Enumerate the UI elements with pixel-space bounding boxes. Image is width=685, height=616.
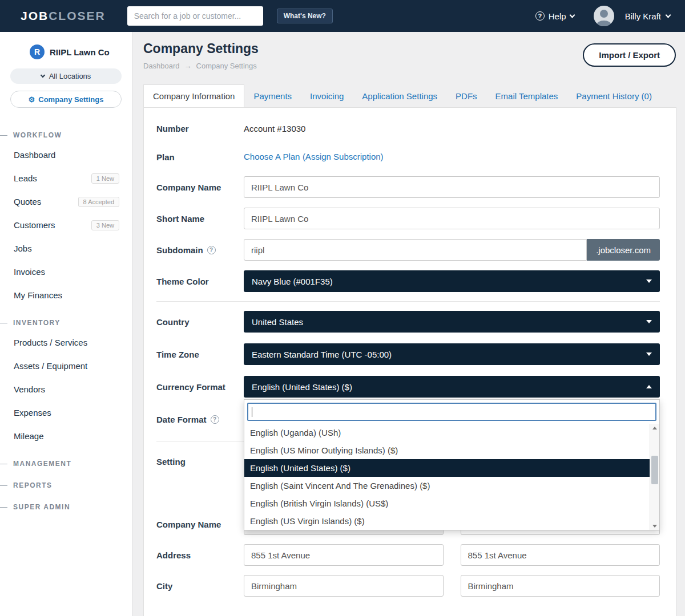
help-label: Help (549, 11, 566, 21)
currency-dropdown-panel: English (Uganda) (USh) English (US Minor… (244, 399, 660, 530)
logo-closer: CLOSER (49, 9, 106, 22)
sidebar-item-products-services[interactable]: Products / Services (0, 331, 132, 354)
location2-address-input[interactable] (461, 544, 660, 566)
section-header-management[interactable]: MANAGEMENT (0, 458, 132, 469)
import-export-button[interactable]: Import / Export (583, 43, 676, 67)
breadcrumb-current: Company Settings (196, 62, 257, 70)
theme-color-select[interactable]: Navy Blue (#001F35) (244, 270, 660, 292)
tab-bar: Company Information Payments Invoicing A… (143, 84, 676, 107)
dropdown-option[interactable]: English (Saint Vincent And The Grenadine… (244, 477, 650, 495)
chevron-down-icon (646, 352, 652, 356)
dropdown-option-selected[interactable]: English (United States) ($) (244, 459, 650, 477)
section-divider (156, 301, 660, 302)
section-dash-icon (0, 507, 7, 508)
sidebar-item-assets-equipment[interactable]: Assets / Equipment (0, 354, 132, 378)
sidebar: R RIIPL Lawn Co All Locations ⚙ Company … (0, 32, 132, 616)
scroll-down-icon[interactable] (650, 522, 659, 530)
location1-address-input[interactable] (244, 544, 444, 566)
theme-color-label: Theme Color (156, 277, 244, 286)
sidebar-item-vendors[interactable]: Vendors (0, 378, 132, 401)
sidebar-item-dashboard[interactable]: Dashboard (0, 143, 132, 167)
section-dash-icon (0, 464, 7, 464)
short-name-label: Short Name (156, 214, 244, 224)
short-name-row: Short Name (156, 208, 660, 229)
scroll-up-icon[interactable] (650, 424, 659, 432)
company-name-row: Company Name (156, 176, 660, 198)
company-name: RIIPL Lawn Co (50, 47, 110, 57)
user-menu[interactable]: Billy Kraft (594, 6, 670, 26)
sidebar-item-mileage[interactable]: Mileage (0, 424, 132, 448)
locations-dropdown[interactable]: All Locations (10, 68, 122, 84)
sidebar-item-leads[interactable]: Leads1 New (0, 167, 132, 190)
logo-job: JOB (21, 9, 49, 22)
section-header-reports[interactable]: REPORTS (0, 480, 132, 491)
section-dash-icon (0, 323, 7, 323)
tab-payments[interactable]: Payments (244, 84, 301, 107)
timezone-select[interactable]: Eastern Standard Time (UTC -05:00) (244, 343, 660, 365)
tab-pdfs[interactable]: PDFs (446, 84, 486, 107)
global-search-input[interactable] (127, 6, 263, 26)
customers-badge: 3 New (91, 220, 119, 230)
user-avatar (594, 6, 614, 26)
sidebar-item-expenses[interactable]: Expenses (0, 401, 132, 424)
tab-application-settings[interactable]: Application Settings (353, 84, 446, 107)
location2-city-input[interactable] (461, 575, 660, 597)
subdomain-input[interactable] (244, 239, 587, 261)
subdomain-row: Subdomain ? .jobcloser.com (156, 239, 660, 261)
dropdown-option[interactable]: English (US Minor Outlying Islands) ($) (244, 441, 650, 459)
company-name-input[interactable] (244, 176, 660, 198)
chevron-down-icon (40, 73, 45, 78)
sidebar-nav: WORKFLOW Dashboard Leads1 New Quotes8 Ac… (0, 108, 132, 513)
tab-company-information[interactable]: Company Information (143, 84, 244, 107)
section-header-super-admin[interactable]: SUPER ADMIN (0, 501, 132, 513)
help-icon: ? (535, 11, 545, 21)
currency-format-select[interactable]: English (United States) ($) (244, 376, 660, 398)
chevron-down-icon (646, 279, 652, 283)
tab-payment-history[interactable]: Payment History (0) (567, 84, 661, 107)
whats-new-button[interactable]: What's New? (277, 9, 333, 23)
chevron-up-icon (646, 385, 652, 388)
tab-invoicing[interactable]: Invoicing (301, 84, 353, 107)
currency-format-label: Currency Format (156, 382, 244, 392)
chevron-down-icon (569, 12, 575, 18)
user-name: Billy Kraft (625, 11, 661, 21)
choose-plan-link[interactable]: Choose A Plan (244, 152, 300, 161)
subdomain-suffix: .jobcloser.com (587, 239, 660, 261)
breadcrumb-dashboard[interactable]: Dashboard (143, 62, 180, 70)
subdomain-help-icon[interactable]: ? (207, 246, 216, 254)
tab-email-templates[interactable]: Email Templates (486, 84, 567, 107)
sidebar-item-customers[interactable]: Customers3 New (0, 213, 132, 237)
gear-icon: ⚙ (29, 96, 35, 103)
sidebar-item-invoices[interactable]: Invoices (0, 260, 132, 283)
leads-badge: 1 New (91, 173, 119, 184)
sidebar-item-jobs[interactable]: Jobs (0, 237, 132, 260)
page-header: Company Settings Dashboard → Company Set… (133, 32, 685, 84)
app-logo[interactable]: JOBCLOSER (21, 9, 106, 23)
section-header-inventory: INVENTORY (0, 317, 132, 329)
top-bar: JOBCLOSER What's New? ? Help Billy Kraft (0, 0, 685, 32)
dropdown-option[interactable]: English (British Virgin Islands) (US$) (244, 495, 650, 512)
company-identity: R RIIPL Lawn Co (0, 32, 132, 59)
subdomain-label: Subdomain ? (156, 245, 244, 255)
assign-subscription-link[interactable]: (Assign Subscription) (303, 152, 384, 161)
timezone-label: Time Zone (156, 350, 244, 359)
section-dash-icon (0, 485, 7, 486)
date-format-help-icon[interactable]: ? (211, 415, 219, 424)
dropdown-scrollbar[interactable] (650, 424, 659, 530)
locations-address-label: Address (156, 550, 244, 560)
help-menu[interactable]: ? Help (535, 11, 574, 21)
company-avatar: R (30, 44, 45, 59)
scrollbar-thumb[interactable] (651, 456, 658, 484)
dropdown-option[interactable]: English (Uganda) (USh) (244, 424, 650, 441)
sidebar-item-quotes[interactable]: Quotes8 Accepted (0, 190, 132, 213)
location1-city-input[interactable] (244, 575, 444, 597)
short-name-input[interactable] (244, 208, 660, 229)
timezone-row: Time Zone Eastern Standard Time (UTC -05… (156, 343, 660, 365)
section-header-workflow: WORKFLOW (0, 129, 132, 141)
account-number-value: Account #13030 (244, 124, 660, 133)
dropdown-search-input[interactable] (247, 403, 656, 421)
country-select[interactable]: United States (244, 311, 660, 333)
sidebar-item-my-finances[interactable]: My Finances (0, 283, 132, 307)
company-settings-button[interactable]: ⚙ Company Settings (10, 91, 122, 108)
dropdown-option[interactable]: English (US Virgin Islands) ($) (244, 512, 650, 530)
